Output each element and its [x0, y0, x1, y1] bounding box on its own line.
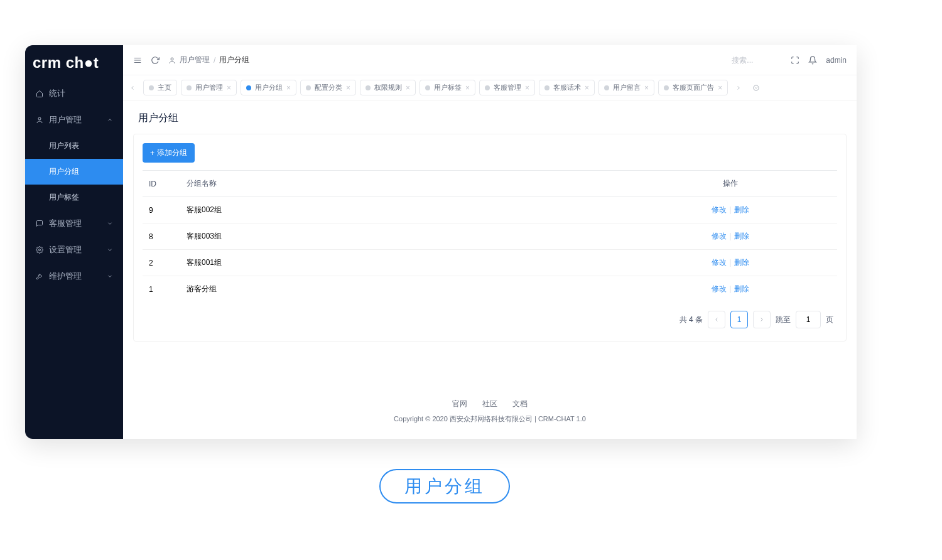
cell-id: 1 [143, 276, 180, 303]
cell-id: 8 [143, 223, 180, 250]
submenu-users: 用户列表 用户分组 用户标签 [25, 133, 123, 210]
pagination: 共 4 条 1 跳至 页 [143, 302, 837, 332]
cell-name: 客服001组 [180, 250, 624, 276]
footer: 官网 社区 文档 Copyright © 2020 西安众邦网络科技有限公司 |… [123, 389, 857, 439]
sidebar-item-label: 设置管理 [49, 244, 82, 256]
bell-icon[interactable] [808, 56, 817, 65]
edit-link[interactable]: 修改 [712, 284, 727, 293]
tab-dot-icon [246, 85, 251, 90]
topbar: 用户管理 / 用户分组 admin [123, 45, 857, 75]
groups-table: ID 分组名称 操作 9客服002组修改|删除8客服003组修改|删除2客服00… [143, 170, 837, 302]
delete-link[interactable]: 删除 [734, 284, 749, 293]
footer-link-site[interactable]: 官网 [452, 399, 467, 409]
tab-dot-icon [306, 85, 311, 90]
pagination-next[interactable] [753, 311, 771, 328]
cell-name: 客服002组 [180, 197, 624, 223]
sidebar-item-maintenance[interactable]: 维护管理 [25, 263, 123, 289]
table-row: 9客服002组修改|删除 [143, 197, 837, 223]
tab-label: 客服页面广告 [673, 83, 714, 92]
tab-3[interactable]: 配置分类× [300, 80, 356, 95]
cell-op: 修改|删除 [624, 250, 837, 276]
tab-dot-icon [425, 85, 430, 90]
cell-id: 9 [143, 197, 180, 223]
breadcrumb-parent[interactable]: 用户管理 [180, 55, 210, 65]
sidebar: crm ch●t 统计 用户管理 用户列表 用户分组 用 [25, 45, 123, 439]
col-id: ID [143, 171, 180, 197]
chat-icon [35, 219, 44, 228]
tab-close-icon[interactable]: × [718, 83, 722, 92]
delete-link[interactable]: 删除 [734, 232, 749, 240]
tab-dot-icon [485, 85, 490, 90]
tab-scroll-left[interactable] [126, 79, 139, 97]
footer-link-community[interactable]: 社区 [482, 399, 497, 409]
tab-close-icon[interactable]: × [227, 83, 231, 92]
tab-close-icon[interactable]: × [286, 83, 291, 92]
tab-6[interactable]: 客服管理× [479, 80, 535, 95]
chevron-down-icon [107, 220, 113, 227]
tab-4[interactable]: 权限规则× [360, 80, 416, 95]
tab-close-icon[interactable]: × [644, 83, 649, 92]
sidebar-item-user-list[interactable]: 用户列表 [25, 133, 123, 159]
sidebar-menu: 统计 用户管理 用户列表 用户分组 用户标签 客服管理 [25, 80, 123, 289]
tab-label: 客服话术 [553, 83, 581, 92]
sidebar-item-stats[interactable]: 统计 [25, 80, 123, 107]
tab-close-icon[interactable]: × [525, 83, 529, 92]
tab-0[interactable]: 主页 [143, 80, 177, 95]
user-small-icon [168, 57, 176, 64]
pagination-prev[interactable] [708, 311, 725, 328]
tab-dot-icon [544, 85, 550, 90]
tab-label: 主页 [158, 83, 171, 92]
breadcrumb-sep: / [214, 56, 215, 65]
tab-2[interactable]: 用户分组× [241, 80, 296, 95]
edit-link[interactable]: 修改 [712, 205, 727, 214]
refresh-icon[interactable] [151, 56, 160, 65]
pagination-page-1[interactable]: 1 [730, 311, 748, 328]
sidebar-item-user-groups[interactable]: 用户分组 [25, 159, 123, 185]
tab-9[interactable]: 客服页面广告× [658, 80, 728, 95]
tabs-scroll: 主页用户管理×用户分组×配置分类×权限规则×用户标签×客服管理×客服话术×用户留… [143, 77, 728, 98]
svg-point-5 [171, 58, 173, 60]
cell-name: 游客分组 [180, 276, 624, 303]
tab-1[interactable]: 用户管理× [181, 80, 237, 95]
add-group-button[interactable]: + 添加分组 [143, 143, 195, 163]
tab-label: 用户标签 [434, 83, 462, 92]
page-title: 用户分组 [123, 100, 857, 131]
cell-id: 2 [143, 250, 180, 276]
tab-dot-icon [664, 85, 669, 90]
table-row: 8客服003组修改|删除 [143, 223, 837, 250]
tab-5[interactable]: 用户标签× [420, 80, 475, 95]
pagination-goto-input[interactable] [796, 311, 821, 328]
delete-link[interactable]: 删除 [734, 258, 749, 267]
chevron-up-icon [107, 117, 113, 123]
footer-link-docs[interactable]: 文档 [512, 399, 528, 409]
edit-link[interactable]: 修改 [712, 258, 727, 267]
main: 用户管理 / 用户分组 admin 主页用户管理×用户分组×配置分类×权限规则×… [123, 45, 857, 439]
home-icon [35, 89, 44, 98]
tab-dot-icon [149, 85, 154, 90]
fullscreen-icon[interactable] [791, 56, 799, 65]
delete-link[interactable]: 删除 [734, 205, 749, 214]
tab-close-icon[interactable]: × [465, 83, 470, 92]
tab-label: 用户留言 [613, 83, 641, 92]
col-name: 分组名称 [180, 171, 624, 197]
sidebar-item-users[interactable]: 用户管理 [25, 107, 123, 133]
tab-7[interactable]: 客服话术× [539, 80, 595, 95]
user-name[interactable]: admin [826, 56, 847, 65]
tab-scroll-right[interactable] [732, 79, 745, 97]
tab-close-icon[interactable]: × [346, 83, 350, 92]
tab-close-icon[interactable]: × [585, 83, 589, 92]
search-input[interactable] [732, 56, 782, 65]
cell-name: 客服003组 [180, 223, 624, 250]
sidebar-item-service[interactable]: 客服管理 [25, 210, 123, 237]
sidebar-item-label: 客服管理 [49, 218, 82, 229]
sidebar-item-label: 维护管理 [49, 271, 82, 282]
tab-8[interactable]: 用户留言× [598, 80, 654, 95]
tab-dropdown-icon[interactable] [749, 79, 763, 97]
sidebar-item-settings[interactable]: 设置管理 [25, 237, 123, 263]
sidebar-item-user-tags[interactable]: 用户标签 [25, 185, 123, 210]
tab-close-icon[interactable]: × [406, 83, 410, 92]
menu-toggle-icon[interactable] [133, 56, 142, 65]
tabbar: 主页用户管理×用户分组×配置分类×权限规则×用户标签×客服管理×客服话术×用户留… [123, 75, 857, 100]
pagination-goto-label: 跳至 [776, 315, 791, 325]
edit-link[interactable]: 修改 [712, 232, 727, 240]
